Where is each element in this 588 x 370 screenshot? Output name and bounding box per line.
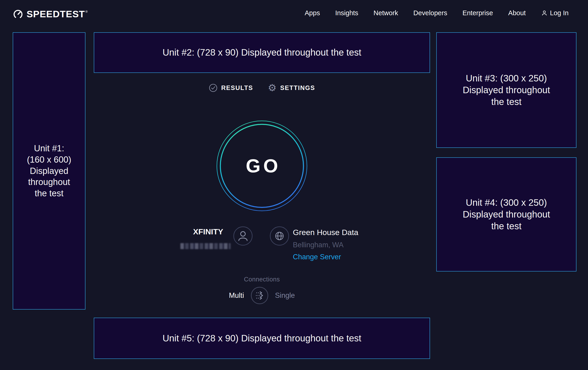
single-connection-option[interactable]: Single [275, 291, 295, 300]
trademark-symbol: ® [85, 10, 88, 13]
speedometer-icon [13, 9, 23, 20]
ad-unit-3-rectangle: Unit #3: (300 x 250) Displayed throughou… [436, 32, 577, 148]
go-button[interactable]: GO [216, 120, 307, 211]
ad-unit-2-leaderboard: Unit #2: (728 x 90) Displayed throughout… [94, 32, 430, 73]
top-nav-bar: SPEEDTEST® Apps Insights Network Develop… [0, 0, 588, 32]
main-nav: Apps Insights Network Developers Enterpr… [305, 9, 569, 17]
connections-toggle: Multi Single [94, 287, 430, 304]
ad-unit-1-skyscraper: Unit #1: (160 x 600) Displayed throughou… [13, 32, 85, 310]
multi-connections-option[interactable]: Multi [229, 291, 244, 300]
test-tabs: RESULTS ⚙ SETTINGS [94, 83, 430, 93]
redacted-ip-address [180, 243, 231, 249]
ad-unit-4-rectangle: Unit #4: (300 x 250) Displayed throughou… [436, 157, 577, 271]
nav-item-developers[interactable]: Developers [413, 9, 447, 17]
results-tab-label: RESULTS [221, 84, 253, 91]
isp-name: XFINITY [193, 227, 223, 236]
ad-unit-5-leaderboard: Unit #5: (728 x 90) Displayed throughout… [94, 318, 430, 359]
logo-wordmark: SPEEDTEST [27, 9, 85, 19]
server-name: Green House Data [293, 228, 358, 237]
nav-item-about[interactable]: About [508, 9, 526, 17]
isp-user-icon[interactable] [233, 226, 253, 246]
nav-item-network[interactable]: Network [373, 9, 398, 17]
connections-label: Connections [94, 276, 430, 283]
server-location: Bellingham, WA [293, 241, 343, 249]
ad-unit-1-text: Unit #1: (160 x 600) Displayed throughou… [27, 143, 71, 199]
go-button-label: GO [216, 120, 307, 211]
settings-tab-label: SETTINGS [280, 84, 315, 91]
gear-icon: ⚙ [268, 83, 277, 93]
login-label: Log In [550, 9, 569, 17]
ad-unit-5-text: Unit #5: (728 x 90) Displayed throughout… [163, 332, 361, 344]
nav-item-insights[interactable]: Insights [335, 9, 358, 17]
multi-connection-arrows-icon[interactable] [251, 287, 269, 304]
nav-item-apps[interactable]: Apps [305, 9, 320, 17]
user-icon [541, 10, 548, 17]
ad-unit-4-text: Unit #4: (300 x 250) Displayed throughou… [462, 197, 550, 232]
tab-settings[interactable]: ⚙ SETTINGS [268, 83, 315, 93]
change-server-link[interactable]: Change Server [293, 253, 341, 261]
check-circle-icon [209, 83, 218, 92]
ad-unit-2-text: Unit #2: (728 x 90) Displayed throughout… [163, 47, 361, 58]
server-globe-icon [270, 226, 289, 246]
tab-results[interactable]: RESULTS [209, 83, 253, 92]
nav-item-enterprise[interactable]: Enterprise [462, 9, 493, 17]
login-button[interactable]: Log In [541, 9, 569, 17]
ad-unit-3-text: Unit #3: (300 x 250) Displayed throughou… [462, 72, 550, 108]
speedtest-logo[interactable]: SPEEDTEST® [13, 9, 87, 20]
